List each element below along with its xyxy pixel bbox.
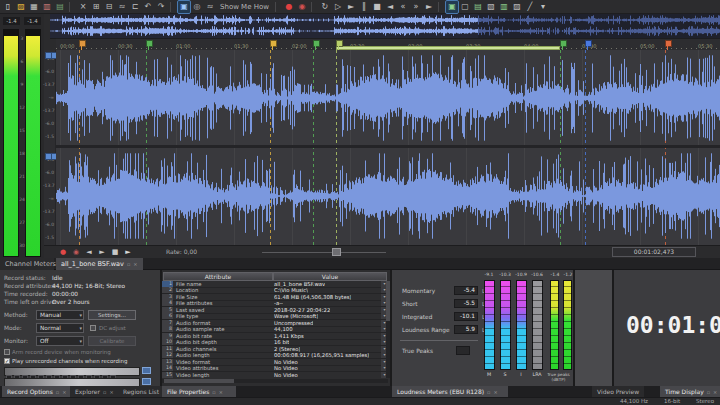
tab-file[interactable]: all_1_bone BSF.wav▫× [56, 258, 143, 270]
close-icon[interactable]: × [133, 261, 137, 267]
tab-loudness-meters[interactable]: Loudness Meters (EBU R128)▫× [392, 386, 508, 397]
rewind-icon[interactable]: « [397, 1, 409, 13]
tab-video-preview[interactable]: Video Preview [592, 386, 644, 397]
waveform-overview[interactable] [50, 14, 720, 39]
tab-record-options[interactable]: Record Options▫× [2, 386, 71, 397]
tab-explorer[interactable]: Explorer▫× [70, 386, 119, 397]
close-icon[interactable]: × [493, 389, 497, 395]
spectrum-icon[interactable]: ≈ [204, 1, 216, 13]
scrollbar-thumb[interactable] [164, 379, 234, 383]
float-icon[interactable]: ▫ [56, 389, 59, 395]
float-icon[interactable]: ▫ [487, 389, 490, 395]
dc-adjust-checkbox[interactable] [90, 325, 96, 331]
copy-icon[interactable]: ⊞ [90, 1, 102, 13]
value-cell: No Video [274, 365, 298, 371]
bottom-dock: Record status:IdleRecord attributes:44,1… [0, 270, 720, 386]
float-icon[interactable]: ▫ [707, 389, 710, 395]
column-header-value[interactable]: Value [273, 272, 387, 281]
status-items: 44,100 Hz16-bitStereo [620, 398, 714, 405]
loop-record-icon[interactable]: ◉ [296, 1, 308, 13]
tab-time-display[interactable]: Time Display▫× [660, 386, 720, 397]
app-window: ▯▨▦▥▤×⊞⊟≈⊏↶↷▣◎≈Show Me How●◉↻▷►‖■◄«»►▣▢▤… [0, 0, 720, 405]
region-tool-icon[interactable]: ▢ [459, 1, 471, 13]
auto-ripple-icon[interactable]: ▤ [472, 1, 484, 13]
trim-icon[interactable]: ⊏ [129, 1, 141, 13]
pencil-icon[interactable]: ╱ [524, 1, 536, 13]
go-to-end-icon[interactable]: ► [423, 1, 435, 13]
go-to-start-button[interactable]: ◄ [84, 247, 94, 258]
rate-slider-handle[interactable] [332, 248, 341, 256]
render-as-icon[interactable]: ▥ [41, 1, 53, 13]
row-number: 4 [162, 300, 173, 306]
play-unrecorded-checkbox[interactable]: ✓ [4, 358, 10, 364]
loudness-readout-label: Integrated [402, 314, 432, 320]
status-item: Stereo [696, 398, 714, 405]
stop-button[interactable]: ■ [110, 247, 120, 258]
float-icon[interactable]: ▫ [127, 261, 130, 267]
event-tool-icon[interactable]: ▣ [178, 1, 190, 13]
show-me-how[interactable]: Show Me How [217, 3, 272, 11]
db-scale-label: -6.0 [43, 170, 54, 175]
crossfade-icon[interactable]: ▧ [485, 1, 497, 13]
row-number: 14 [162, 365, 173, 371]
close-icon[interactable]: × [62, 389, 66, 395]
file-properties-icon[interactable]: ▤ [54, 1, 66, 13]
calibrate-button[interactable]: Calibrate [88, 336, 136, 346]
new-file-icon[interactable]: ▯ [2, 1, 14, 13]
row-number: 9 [162, 333, 173, 339]
redo-icon[interactable]: ↷ [155, 1, 167, 13]
close-icon[interactable]: × [713, 389, 717, 395]
tab-channel-meters[interactable]: Channel Meters [0, 258, 54, 270]
stop-icon[interactable]: ■ [371, 1, 383, 13]
loop-playback-icon[interactable]: ↻ [319, 1, 331, 13]
fader-2-button[interactable] [142, 378, 151, 385]
save-icon[interactable]: ▦ [28, 1, 40, 13]
mode-dropdown[interactable]: Normal▾ [36, 323, 84, 333]
paste-icon[interactable]: ⊟ [103, 1, 115, 13]
cut-icon[interactable]: × [77, 1, 89, 13]
play-icon[interactable]: ► [345, 1, 357, 13]
open-folder-icon[interactable]: ▨ [15, 1, 27, 13]
go-to-start-icon[interactable]: ◄ [384, 1, 396, 13]
table-horizontal-scrollbar[interactable] [162, 379, 388, 383]
meter-scale-label: 27 [19, 220, 25, 225]
play-all-icon[interactable]: ▷ [332, 1, 344, 13]
loop-record-button[interactable]: ◉ [71, 247, 81, 258]
undo-icon[interactable]: ↶ [142, 1, 154, 13]
rate-slider-track[interactable] [262, 252, 386, 253]
float-icon[interactable]: ▫ [212, 389, 215, 395]
float-icon[interactable]: ▫ [103, 389, 106, 395]
row-number: 10 [162, 339, 173, 345]
more-tools-icon[interactable]: ▾ [537, 1, 549, 13]
mix-icon[interactable]: ≈ [116, 1, 128, 13]
tab-file-properties[interactable]: File Properties▫× [162, 386, 236, 397]
play-button[interactable]: ► [123, 247, 133, 258]
close-icon[interactable]: × [109, 389, 113, 395]
pause-icon[interactable]: ‖ [358, 1, 370, 13]
true-peaks-value-box[interactable] [456, 346, 470, 355]
go-to-end-button[interactable]: ► [97, 247, 107, 258]
loudness-readout-value: -5.5 [454, 299, 478, 308]
waveform-display[interactable] [56, 50, 720, 245]
monitor-dropdown[interactable]: Off▾ [36, 336, 84, 346]
row-number: 13 [162, 359, 173, 365]
tab-regions-list[interactable]: Regions List [118, 386, 164, 397]
ruler-time-label: 01:00 [176, 43, 190, 49]
marker-tool-icon[interactable]: ▣ [446, 1, 458, 13]
forward-icon[interactable]: » [410, 1, 422, 13]
fader-1-button[interactable] [142, 367, 151, 374]
snap-icon[interactable]: ▥ [498, 1, 510, 13]
settings-button[interactable]: Settings... [88, 310, 136, 320]
table-row[interactable]: 15Video lengthNo Video▾ [162, 372, 388, 378]
close-icon[interactable]: × [219, 389, 223, 395]
record-icon[interactable]: ● [283, 1, 295, 13]
record-field-value: Over 2 hours [52, 299, 90, 305]
column-header-attribute[interactable]: Attribute [163, 272, 273, 281]
envelope-icon[interactable]: ▨ [511, 1, 523, 13]
arm-monitoring-checkbox[interactable] [4, 349, 10, 355]
record-button[interactable]: ● [58, 247, 68, 258]
method-dropdown[interactable]: Manual▾ [36, 310, 84, 320]
status-item: 44,100 Hz [620, 398, 648, 405]
zoom-tool-icon[interactable]: ◎ [191, 1, 203, 13]
attribute-cell: File attributes [176, 300, 212, 306]
